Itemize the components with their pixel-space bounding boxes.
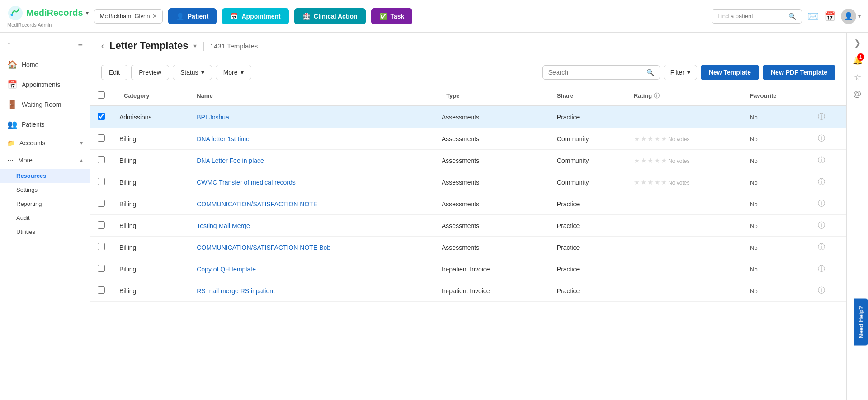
favourite-header[interactable]: Favourite bbox=[743, 86, 811, 106]
row-category: Billing bbox=[112, 171, 189, 193]
sidebar-menu-icon[interactable]: ≡ bbox=[78, 40, 83, 49]
rating-star[interactable]: ★ bbox=[647, 135, 653, 143]
user-area[interactable]: 👤 ▾ bbox=[841, 9, 861, 24]
row-checkbox[interactable] bbox=[98, 200, 105, 207]
type-header[interactable]: ↑ Type bbox=[434, 86, 550, 106]
clinical-action-button[interactable]: 🏥 Clinical Action bbox=[294, 8, 366, 24]
rating-star[interactable]: ★ bbox=[634, 157, 640, 165]
row-info-icon[interactable]: ⓘ bbox=[818, 178, 825, 186]
rating-star[interactable]: ★ bbox=[641, 135, 646, 143]
calendar-icon-button[interactable]: 📅 bbox=[824, 11, 835, 22]
status-button[interactable]: Status ▾ bbox=[173, 65, 212, 80]
row-info-icon[interactable]: ⓘ bbox=[818, 286, 825, 294]
filter-button[interactable]: Filter ▾ bbox=[664, 65, 697, 80]
sidebar-item-waiting-room[interactable]: 🚪 Waiting Room bbox=[0, 95, 90, 114]
find-patient-input[interactable] bbox=[717, 13, 785, 19]
row-checkbox[interactable] bbox=[98, 134, 105, 142]
rating-header[interactable]: Rating ⓘ bbox=[627, 86, 743, 106]
row-name-link[interactable]: COMMUNICATION/SATISFACTION NOTE bbox=[197, 200, 317, 208]
row-info-icon[interactable]: ⓘ bbox=[818, 243, 825, 251]
favourite-value: No bbox=[750, 114, 758, 121]
right-panel-notification-button[interactable]: 🔔 1 bbox=[853, 55, 863, 65]
row-info-icon[interactable]: ⓘ bbox=[818, 134, 825, 142]
right-panel-collapse-button[interactable]: ❯ bbox=[854, 38, 861, 48]
edit-button[interactable]: Edit bbox=[101, 65, 127, 80]
rating-star[interactable]: ★ bbox=[661, 135, 667, 143]
row-name-link[interactable]: DNA Letter Fee in place bbox=[197, 157, 264, 164]
sidebar-up-icon[interactable]: ↑ bbox=[7, 40, 11, 49]
row-checkbox[interactable] bbox=[98, 113, 105, 120]
appointment-button[interactable]: 📅 Appointment bbox=[222, 8, 288, 24]
rating-star[interactable]: ★ bbox=[661, 157, 667, 165]
need-help-button[interactable]: Need Help? bbox=[854, 299, 868, 346]
row-name-link[interactable]: Testing Mail Merge bbox=[197, 222, 250, 229]
row-info-icon[interactable]: ⓘ bbox=[818, 221, 825, 229]
row-name-link[interactable]: BPI Joshua bbox=[197, 114, 229, 121]
right-panel-at-button[interactable]: @ bbox=[853, 90, 861, 99]
category-header[interactable]: ↑ Category bbox=[112, 86, 189, 106]
sidebar-item-patients[interactable]: 👥 Patients bbox=[0, 114, 90, 134]
more-label: More bbox=[18, 157, 33, 164]
more-button[interactable]: More ▾ bbox=[216, 65, 251, 80]
back-button[interactable]: ‹ bbox=[101, 41, 104, 51]
sidebar-item-resources[interactable]: Resources bbox=[0, 169, 90, 183]
row-info-icon[interactable]: ⓘ bbox=[818, 200, 825, 207]
row-info-cell: ⓘ bbox=[811, 258, 846, 280]
row-rating bbox=[627, 237, 743, 258]
rating-star[interactable]: ★ bbox=[634, 135, 640, 143]
title-chevron-icon[interactable]: ▾ bbox=[193, 42, 197, 49]
row-name-link[interactable]: Copy of QH template bbox=[197, 266, 256, 273]
mail-icon-button[interactable]: ✉️ bbox=[807, 11, 819, 22]
new-pdf-template-button[interactable]: New PDF Template bbox=[763, 65, 835, 80]
sidebar-item-reporting[interactable]: Reporting bbox=[0, 197, 90, 211]
no-votes-label: No votes bbox=[667, 136, 690, 143]
rating-star[interactable]: ★ bbox=[647, 178, 653, 186]
row-info-icon[interactable]: ⓘ bbox=[818, 113, 825, 120]
row-name-link[interactable]: CWMC Transfer of medical records bbox=[197, 179, 296, 186]
row-checkbox[interactable] bbox=[98, 221, 105, 229]
row-checkbox[interactable] bbox=[98, 243, 105, 250]
close-patient-icon[interactable]: × bbox=[152, 12, 156, 20]
row-checkbox[interactable] bbox=[98, 265, 105, 272]
rating-star[interactable]: ★ bbox=[654, 157, 660, 165]
rating-star[interactable]: ★ bbox=[654, 135, 660, 143]
rating-help-icon[interactable]: ⓘ bbox=[654, 92, 660, 99]
sidebar-more-header[interactable]: ⋯ More ▴ bbox=[0, 152, 90, 169]
rating-star[interactable]: ★ bbox=[661, 178, 667, 186]
row-checkbox-cell bbox=[90, 215, 112, 237]
sidebar-item-audit[interactable]: Audit bbox=[0, 211, 90, 225]
row-name-link[interactable]: COMMUNICATION/SATISFACTION NOTE Bob bbox=[197, 244, 330, 251]
row-checkbox[interactable] bbox=[98, 178, 105, 185]
row-checkbox[interactable] bbox=[98, 156, 105, 163]
row-checkbox[interactable] bbox=[98, 286, 105, 294]
rating-star[interactable]: ★ bbox=[634, 178, 640, 186]
more-icon: ⋯ bbox=[7, 157, 14, 164]
patient-button[interactable]: 👤 Patient bbox=[168, 8, 217, 24]
sidebar-item-settings[interactable]: Settings bbox=[0, 183, 90, 197]
rating-star[interactable]: ★ bbox=[654, 178, 660, 186]
accounts-icon: 📁 bbox=[7, 139, 15, 147]
row-name-link[interactable]: RS mail merge RS inpatient bbox=[197, 287, 275, 295]
row-info-cell: ⓘ bbox=[811, 237, 846, 258]
name-header[interactable]: Name bbox=[189, 86, 434, 106]
logo-area: MediRecords ▾ MediRecords Admin bbox=[7, 5, 89, 28]
preview-button[interactable]: Preview bbox=[131, 65, 169, 80]
row-name-link[interactable]: DNA letter 1st time bbox=[197, 135, 250, 143]
sidebar-item-appointments[interactable]: 📅 Appointments bbox=[0, 75, 90, 95]
rating-star[interactable]: ★ bbox=[641, 157, 646, 165]
sidebar-accounts-header[interactable]: 📁 Accounts ▾ bbox=[0, 134, 90, 152]
select-all-checkbox[interactable] bbox=[98, 91, 105, 99]
task-button[interactable]: ✅ Task bbox=[371, 8, 413, 24]
search-input[interactable] bbox=[548, 69, 643, 76]
row-info-icon[interactable]: ⓘ bbox=[818, 156, 825, 164]
share-header[interactable]: Share bbox=[550, 86, 627, 106]
sidebar-item-home[interactable]: 🏠 Home bbox=[0, 55, 90, 75]
new-template-button[interactable]: New Template bbox=[701, 65, 759, 80]
sidebar-item-utilities[interactable]: Utilities bbox=[0, 225, 90, 239]
row-rating bbox=[627, 215, 743, 237]
right-panel-star-button[interactable]: ☆ bbox=[854, 72, 861, 82]
logo-chevron[interactable]: ▾ bbox=[86, 10, 89, 16]
rating-star[interactable]: ★ bbox=[641, 178, 646, 186]
row-info-icon[interactable]: ⓘ bbox=[818, 265, 825, 272]
rating-star[interactable]: ★ bbox=[647, 157, 653, 165]
